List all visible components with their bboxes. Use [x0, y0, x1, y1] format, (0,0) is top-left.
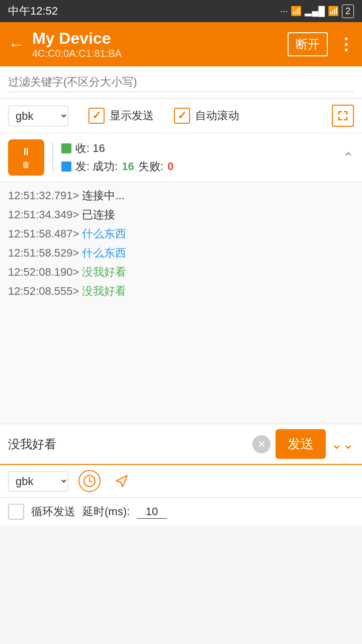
log-line: 12:51:58.487> 什么东西 [8, 226, 354, 242]
recv-count: 收: 16 [75, 141, 105, 156]
delay-input[interactable] [137, 505, 167, 519]
status-bar: 中午12:52 ··· 📶 ▂▄█ 📶 2 [0, 0, 362, 22]
clear-send-input-button[interactable]: ✕ [252, 435, 270, 453]
send-encoding-select[interactable]: gbk utf-8 ascii [8, 471, 68, 492]
send-fail-count: 0 [167, 160, 173, 173]
send-row: ✕ 发送 ⌄⌄ [0, 424, 362, 465]
log-line: 12:52:08.555> 没我好看 [8, 284, 354, 299]
send-stat: 发: 成功: 16 失败: 0 [61, 159, 342, 174]
fullscreen-button[interactable] [332, 105, 354, 127]
controls-bar: gbk utf-8 ascii 显示发送 自动滚动 [0, 99, 362, 133]
auto-scroll-label: 自动滚动 [195, 108, 239, 123]
device-mac: 4C:C0:0A:C1:81:BA [32, 48, 288, 59]
auto-scroll-group: 自动滚动 [174, 108, 239, 124]
stats-divider [52, 142, 53, 173]
status-time: 中午12:52 [8, 4, 58, 19]
log-time: 12:52:08.555> [8, 285, 82, 297]
send-prefix: 发: 成功: [75, 159, 118, 174]
device-name: My Device [32, 29, 288, 48]
disconnect-button[interactable]: 断开 [288, 32, 328, 56]
pause-icon: ⏸ [21, 146, 31, 157]
log-message: 连接中... [82, 189, 124, 202]
log-time: 12:52:08.190> [8, 266, 82, 278]
status-icons: ··· 📶 ▂▄█ 📶 2 [280, 5, 354, 18]
stats-info: 收: 16 发: 成功: 16 失败: 0 [61, 141, 342, 174]
signal-icon: ··· [280, 6, 288, 17]
log-message: 什么东西 [82, 227, 126, 240]
log-line: 12:51:32.791> 连接中... [8, 188, 354, 203]
filter-section [0, 66, 362, 99]
log-line: 12:51:34.349> 已连接 [8, 207, 354, 222]
auto-scroll-checkbox[interactable] [174, 108, 190, 124]
recv-indicator [61, 143, 71, 153]
log-area: 12:51:32.791> 连接中...12:51:34.349> 已连接12:… [0, 182, 362, 424]
send-success-count: 16 [122, 160, 134, 173]
log-message: 没我好看 [82, 285, 126, 297]
log-time: 12:51:58.529> [8, 247, 82, 259]
log-message: 什么东西 [82, 247, 126, 259]
quick-send-button[interactable] [111, 470, 133, 492]
send-button[interactable]: 发送 [276, 429, 326, 459]
show-send-label: 显示发送 [110, 108, 154, 123]
log-line: 12:52:08.190> 没我好看 [8, 265, 354, 280]
collapse-button[interactable]: ⌃ [342, 149, 354, 166]
bottom-area: ✕ 发送 ⌄⌄ gbk utf-8 ascii 循环发送 延时(ms): [0, 424, 362, 526]
log-time: 12:51:34.349> [8, 208, 82, 221]
delay-label: 延时(ms): [82, 504, 130, 519]
expand-button[interactable]: ⌄⌄ [331, 436, 354, 452]
history-button[interactable] [78, 470, 101, 492]
show-send-checkbox[interactable] [88, 108, 105, 124]
loop-row: 循环发送 延时(ms): [0, 498, 362, 526]
bluetooth-icon: 📶 [291, 6, 302, 17]
stats-bar: ⏸ 🗑 收: 16 发: 成功: 16 失败: 0 ⌃ [0, 133, 362, 182]
pause-clear-button[interactable]: ⏸ 🗑 [8, 139, 44, 176]
network-icon: ▂▄█ [305, 6, 325, 17]
clear-icon: 🗑 [22, 160, 30, 170]
log-time: 12:51:58.487> [8, 227, 82, 240]
send-input[interactable] [8, 437, 247, 451]
filter-input[interactable] [8, 72, 354, 92]
encoding-select-top[interactable]: gbk utf-8 ascii [8, 106, 68, 126]
recv-stat: 收: 16 [61, 141, 342, 156]
log-message: 没我好看 [82, 266, 126, 278]
show-send-group: 显示发送 [88, 108, 154, 124]
send-fail-prefix: 失败: [138, 159, 163, 174]
battery-icon: 2 [342, 5, 354, 18]
wifi-icon: 📶 [328, 6, 339, 17]
toolbar: ← My Device 4C:C0:0A:C1:81:BA 断开 ⋮ [0, 22, 362, 66]
log-message: 已连接 [82, 208, 115, 221]
loop-label: 循环发送 [31, 504, 75, 519]
loop-checkbox[interactable] [8, 504, 24, 520]
more-menu-button[interactable]: ⋮ [338, 35, 354, 54]
log-time: 12:51:32.791> [8, 189, 82, 202]
log-line: 12:51:58.529> 什么东西 [8, 246, 354, 261]
toolbar-title-group: My Device 4C:C0:0A:C1:81:BA [32, 29, 288, 59]
send-indicator [61, 162, 71, 172]
send-options-row: gbk utf-8 ascii [0, 465, 362, 498]
toolbar-actions: 断开 ⋮ [288, 32, 354, 56]
back-button[interactable]: ← [8, 35, 24, 54]
